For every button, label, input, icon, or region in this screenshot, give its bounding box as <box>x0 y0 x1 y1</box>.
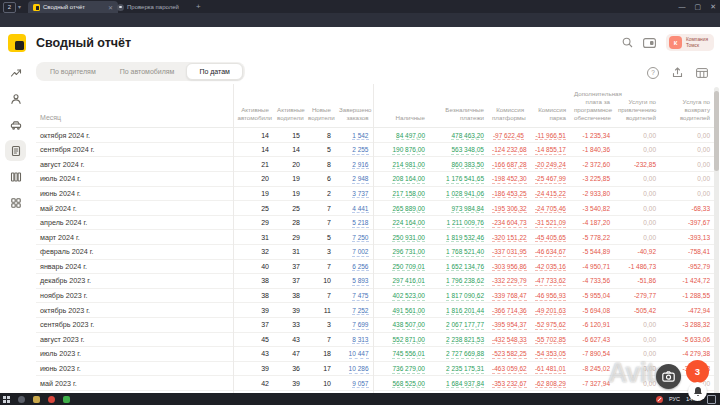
commission-link[interactable]: -49 201,63 <box>535 307 566 316</box>
orders-link[interactable]: 3 737 <box>352 190 368 199</box>
orders-link[interactable]: 5 893 <box>352 277 368 286</box>
notifications-icon[interactable] <box>707 395 716 404</box>
status-tray-icon[interactable] <box>656 396 663 403</box>
commission-link[interactable]: -523 582,25 <box>492 350 527 359</box>
amount-link[interactable]: 1 684 937,84 <box>446 380 484 389</box>
sidebar-item-drivers[interactable] <box>5 88 26 109</box>
commission-link[interactable]: -303 956,86 <box>492 263 527 272</box>
orders-link[interactable]: 9 057 <box>352 380 368 389</box>
maximize-button[interactable]: ▢ <box>695 2 702 11</box>
unread-count-badge[interactable]: 3 <box>686 360 709 383</box>
orders-link[interactable]: 7 250 <box>352 234 368 243</box>
orders-link[interactable]: 2 255 <box>352 146 368 155</box>
orders-link[interactable]: 2 916 <box>352 161 368 170</box>
sidebar-item-reports[interactable] <box>5 140 26 161</box>
amount-link[interactable]: 2 727 669,88 <box>446 350 484 359</box>
amount-link[interactable]: 250 709,01 <box>392 263 425 272</box>
tab-counter[interactable]: 2 <box>3 2 16 13</box>
tab-by-cars[interactable]: По автомобилям <box>108 64 187 79</box>
amount-link[interactable]: 973 984,84 <box>451 205 484 214</box>
bell-icon[interactable] <box>688 382 707 401</box>
amount-link[interactable]: 478 463,20 <box>451 132 484 141</box>
orders-link[interactable]: 7 002 <box>352 248 368 257</box>
browser-tab-inactive[interactable]: Проверка паролей <box>112 1 200 13</box>
commission-link[interactable]: -198 452,30 <box>492 175 527 184</box>
commission-link[interactable]: -31 521,09 <box>535 219 566 228</box>
sidebar-item-cars[interactable] <box>5 114 26 135</box>
help-icon[interactable]: ? <box>647 67 659 79</box>
sidebar-item-map[interactable] <box>5 166 26 187</box>
orders-link[interactable]: 1 542 <box>352 132 368 141</box>
amount-link[interactable]: 265 889,00 <box>392 205 425 214</box>
search-taskbar-icon[interactable] <box>18 396 25 403</box>
orders-link[interactable]: 7 475 <box>352 292 368 301</box>
commission-link[interactable]: -55 702,85 <box>535 336 566 345</box>
commission-link[interactable]: -47 733,62 <box>535 277 566 286</box>
start-button[interactable] <box>3 396 10 403</box>
language-indicator[interactable]: РУС <box>669 396 680 402</box>
commission-link[interactable]: -61 481,01 <box>535 365 566 374</box>
search-icon[interactable] <box>622 37 633 48</box>
amount-link[interactable]: 1 819 532,46 <box>446 234 484 243</box>
amount-link[interactable]: 1 816 201,44 <box>446 307 484 316</box>
fleet-logo[interactable] <box>8 34 26 52</box>
commission-link[interactable]: -432 548,33 <box>492 336 527 345</box>
commission-link[interactable]: -195 306,32 <box>492 205 527 214</box>
amount-link[interactable]: 568 525,00 <box>392 380 425 389</box>
camera-icon[interactable] <box>656 364 681 389</box>
commission-link[interactable]: -24 415,22 <box>535 190 566 199</box>
commission-link[interactable]: -54 353,05 <box>535 350 566 359</box>
amount-link[interactable]: 190 876,00 <box>392 146 425 155</box>
messenger-icon[interactable] <box>63 396 70 403</box>
commission-link[interactable]: -20 249,24 <box>535 161 566 170</box>
amount-link[interactable]: 736 279,00 <box>392 365 425 374</box>
browser-tab-active[interactable]: Сводный отчёт ✕ <box>28 1 118 13</box>
amount-link[interactable]: 297 416,01 <box>392 277 425 286</box>
amount-link[interactable]: 1 176 541,65 <box>446 175 484 184</box>
commission-link[interactable]: -11 966,51 <box>535 132 566 141</box>
amount-link[interactable]: 563 348,05 <box>451 146 484 155</box>
commission-link[interactable]: -395 954,37 <box>492 321 527 330</box>
amount-link[interactable]: 1 817 090,62 <box>446 292 484 301</box>
tab-list-chevron-icon[interactable]: ▾ <box>18 3 21 10</box>
commission-link[interactable]: -24 705,46 <box>535 205 566 214</box>
amount-link[interactable]: 1 652 134,76 <box>446 263 484 272</box>
table-scrollbar-thumb[interactable] <box>714 91 719 171</box>
amount-link[interactable]: 1 796 238,62 <box>446 277 484 286</box>
commission-link[interactable]: -353 232,67 <box>492 380 527 389</box>
commission-link[interactable]: -234 604,73 <box>492 219 527 228</box>
amount-link[interactable]: 491 561,00 <box>392 307 425 316</box>
commission-link[interactable]: -52 975,62 <box>535 321 566 330</box>
commission-link[interactable]: -46 634,67 <box>535 248 566 257</box>
apps-panel-icon[interactable] <box>643 38 656 48</box>
amount-link[interactable]: 2 235 175,31 <box>446 365 484 374</box>
export-icon[interactable] <box>672 64 683 82</box>
commission-link[interactable]: -42 035,16 <box>535 263 566 272</box>
amount-link[interactable]: 250 931,00 <box>392 234 425 243</box>
commission-link[interactable]: -46 956,93 <box>535 292 566 301</box>
commission-link[interactable]: -186 453,25 <box>492 190 527 199</box>
commission-link[interactable]: -463 059,62 <box>492 365 527 374</box>
commission-link[interactable]: -25 467,99 <box>535 175 566 184</box>
orders-link[interactable]: 4 441 <box>352 205 368 214</box>
sidebar-item-dashboard[interactable] <box>5 62 26 83</box>
orders-link[interactable]: 10 286 <box>349 365 369 374</box>
amount-link[interactable]: 84 497,00 <box>396 132 425 141</box>
amount-link[interactable]: 214 981,00 <box>392 161 425 170</box>
commission-link[interactable]: -337 031,95 <box>492 248 527 257</box>
tab-by-drivers[interactable]: По водителям <box>38 64 108 79</box>
amount-link[interactable]: 224 164,00 <box>392 219 425 228</box>
amount-link[interactable]: 217 158,00 <box>392 190 425 199</box>
orders-link[interactable]: 5 218 <box>352 219 368 228</box>
amount-link[interactable]: 2 238 821,53 <box>446 336 484 345</box>
orders-link[interactable]: 8 313 <box>352 336 368 345</box>
orders-link[interactable]: 2 948 <box>352 175 368 184</box>
commission-link[interactable]: -124 232,68 <box>492 146 527 155</box>
orders-link[interactable]: 7 252 <box>352 307 368 316</box>
commission-link[interactable]: -320 151,22 <box>492 234 527 243</box>
yandex-browser-icon[interactable] <box>48 396 55 403</box>
minimize-button[interactable]: — <box>679 2 686 11</box>
user-menu[interactable]: К КомпанияТомск <box>666 34 714 51</box>
commission-link[interactable]: -332 229,79 <box>492 277 527 286</box>
orders-link[interactable]: 6 256 <box>352 263 368 272</box>
